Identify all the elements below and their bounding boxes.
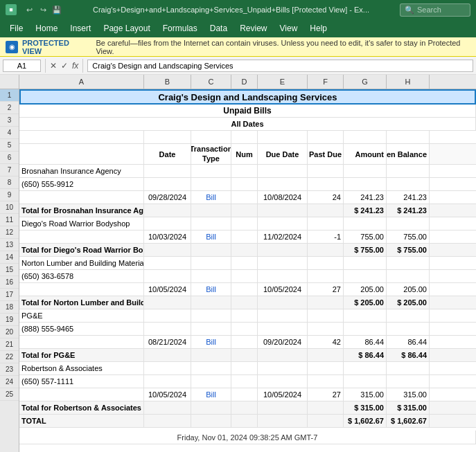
cell-c11[interactable]: Bill <box>191 230 231 243</box>
cell-a14[interactable]: (650) 363-6578 <box>19 270 144 282</box>
cell-f21[interactable] <box>308 362 344 374</box>
menu-formulas[interactable]: Formulas <box>157 21 203 35</box>
row-num-18[interactable]: 18 <box>0 301 19 314</box>
cell-d7[interactable] <box>231 178 258 190</box>
cell-h7[interactable] <box>387 178 430 190</box>
cell-b18[interactable] <box>144 323 191 335</box>
cell-d13[interactable] <box>231 257 258 269</box>
cell-b15[interactable]: 10/05/2024 <box>144 283 191 296</box>
cell-b14[interactable] <box>144 270 191 282</box>
cell-g22[interactable] <box>344 375 387 388</box>
cell-a9[interactable]: Total for Brosnahan Insurance Agency <box>19 204 144 217</box>
col-header-g[interactable]: G <box>344 75 387 89</box>
col-header-h[interactable]: H <box>387 75 430 89</box>
cell-f22[interactable] <box>308 375 344 388</box>
cell-g18[interactable] <box>344 323 387 335</box>
cell-a2[interactable]: Unpaid Bills <box>19 105 476 117</box>
cell-d9[interactable] <box>231 204 258 217</box>
cell-a21[interactable]: Robertson & Associates <box>19 362 144 374</box>
cell-a10[interactable]: Diego's Road Warrior Bodyshop <box>19 217 144 230</box>
cell-f17[interactable] <box>308 309 344 322</box>
cell-d14[interactable] <box>231 270 258 282</box>
cell-c20[interactable] <box>191 349 231 361</box>
cell-h8[interactable]: 241.23 <box>387 191 430 204</box>
cell-a18[interactable]: (888) 555-9465 <box>19 323 144 335</box>
cell-f25[interactable] <box>308 415 344 427</box>
row-num-1[interactable]: 1 <box>0 89 19 102</box>
save-btn[interactable]: 💾 <box>51 4 62 15</box>
cell-h5[interactable]: Open Balance <box>387 144 430 164</box>
col-header-b[interactable]: B <box>144 75 191 89</box>
cell-d18[interactable] <box>231 323 258 335</box>
cell-f24[interactable] <box>308 401 344 414</box>
cell-d20[interactable] <box>231 349 258 361</box>
cell-b25[interactable] <box>144 415 191 427</box>
cell-a16[interactable]: Total for Norton Lumber and Building Mat… <box>19 296 144 309</box>
cell-a25[interactable]: TOTAL <box>19 415 144 427</box>
cell-h14[interactable] <box>387 270 430 282</box>
cell-a17[interactable]: PG&E <box>19 309 144 322</box>
cell-c17[interactable] <box>191 309 231 322</box>
cell-c13[interactable] <box>191 257 231 269</box>
row-num-2[interactable]: 2 <box>0 102 19 114</box>
cell-reference[interactable] <box>3 60 41 72</box>
cell-b12[interactable] <box>144 244 191 256</box>
cell-c24[interactable] <box>191 401 231 414</box>
menu-page-layout[interactable]: Page Layout <box>98 21 155 35</box>
cell-f9[interactable] <box>308 204 344 217</box>
cell-g4[interactable] <box>344 131 387 143</box>
cell-c19[interactable]: Bill <box>191 336 231 348</box>
cell-a13[interactable]: Norton Lumber and Building Materials <box>19 257 144 269</box>
cell-c7[interactable] <box>191 178 231 190</box>
cell-f16[interactable] <box>308 296 344 309</box>
cell-g21[interactable] <box>344 362 387 374</box>
col-header-e[interactable]: E <box>258 75 308 89</box>
cell-c5[interactable]: Transaction Type <box>191 144 231 164</box>
cell-e8[interactable]: 10/08/2024 <box>258 191 308 204</box>
row-num-4[interactable]: 4 <box>0 127 19 139</box>
col-header-a[interactable]: A <box>19 75 144 89</box>
cell-g10[interactable] <box>344 217 387 230</box>
cell-f18[interactable] <box>308 323 344 335</box>
cell-b13[interactable] <box>144 257 191 269</box>
cell-h23[interactable]: 315.00 <box>387 388 430 401</box>
row-num-23[interactable]: 23 <box>0 363 19 376</box>
cell-h11[interactable]: 755.00 <box>387 230 430 243</box>
cell-a19[interactable] <box>19 336 144 348</box>
cell-h16[interactable]: $ 205.00 <box>387 296 430 309</box>
cell-e10[interactable] <box>258 217 308 230</box>
cell-f6[interactable] <box>308 165 344 177</box>
cell-h4[interactable] <box>387 131 430 143</box>
cell-b20[interactable] <box>144 349 191 361</box>
row-num-9[interactable]: 9 <box>0 189 19 201</box>
cell-a20[interactable]: Total for PG&E <box>19 349 144 361</box>
cell-a22[interactable]: (650) 557-1111 <box>19 375 144 388</box>
col-header-c[interactable]: C <box>191 75 231 89</box>
cell-g13[interactable] <box>344 257 387 269</box>
cell-h13[interactable] <box>387 257 430 269</box>
col-header-d[interactable]: D <box>231 75 258 89</box>
cell-d5[interactable]: Num <box>231 144 258 164</box>
cell-b10[interactable] <box>144 217 191 230</box>
row-num-6[interactable]: 6 <box>0 152 19 164</box>
row-num-5[interactable]: 5 <box>0 139 19 152</box>
cell-a4[interactable] <box>19 131 144 143</box>
cell-a5[interactable] <box>19 144 144 164</box>
cell-b16[interactable] <box>144 296 191 309</box>
row-num-17[interactable]: 17 <box>0 289 19 301</box>
row-num-3[interactable]: 3 <box>0 114 19 127</box>
cell-f4[interactable] <box>308 131 344 143</box>
cell-g24[interactable]: $ 315.00 <box>344 401 387 414</box>
cell-g25[interactable]: $ 1,602.67 <box>344 415 387 427</box>
cell-e7[interactable] <box>258 178 308 190</box>
confirm-icon[interactable]: ✓ <box>61 61 68 71</box>
cell-e4[interactable] <box>258 131 308 143</box>
cell-c4[interactable] <box>191 131 231 143</box>
cell-f13[interactable] <box>308 257 344 269</box>
row-num-7[interactable]: 7 <box>0 164 19 177</box>
formula-input[interactable] <box>87 60 473 72</box>
cell-g8[interactable]: 241.23 <box>344 191 387 204</box>
cell-c18[interactable] <box>191 323 231 335</box>
cell-d12[interactable] <box>231 244 258 256</box>
cell-g6[interactable] <box>344 165 387 177</box>
